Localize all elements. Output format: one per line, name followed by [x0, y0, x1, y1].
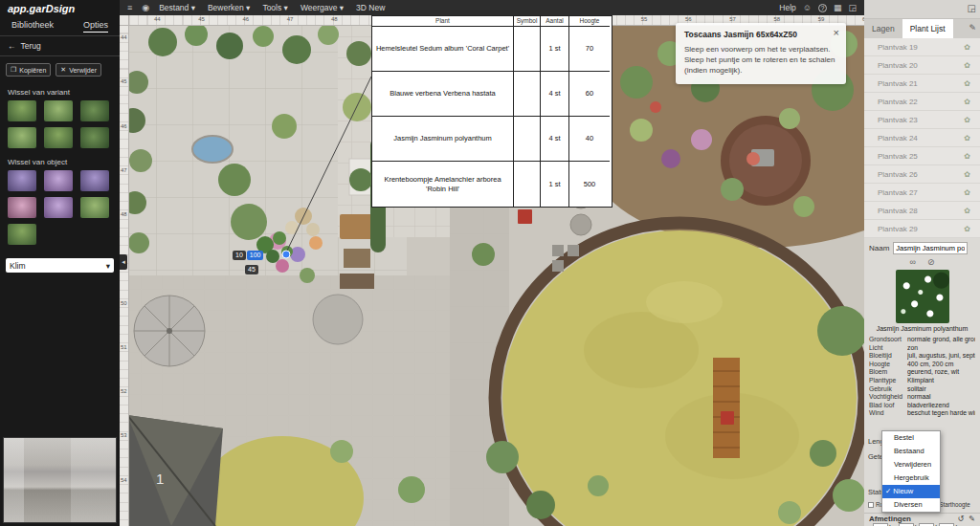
- status-option-diversen[interactable]: Diversen: [882, 498, 940, 512]
- property-value: solitair: [907, 385, 975, 394]
- props-list: Grondsoortnormale grond, alle grondsoort…: [864, 333, 980, 421]
- menu-3d-new[interactable]: 3D New: [356, 3, 385, 12]
- list-item[interactable]: Plantvak 28✿: [864, 202, 980, 220]
- variant-grid: [0, 100, 120, 148]
- water-pond: [192, 136, 233, 163]
- cell-hoogte: 70: [569, 27, 610, 72]
- list-item[interactable]: Plantvak 24✿: [864, 129, 980, 147]
- copy-button[interactable]: ❐ Kopiëren: [6, 63, 51, 77]
- tab-opties[interactable]: Opties: [83, 20, 108, 33]
- app-logo: app.garDsign: [0, 0, 120, 16]
- ruler-number: 47: [121, 167, 127, 173]
- building-label: 1: [156, 471, 164, 487]
- menu-weergave[interactable]: Weergave ▾: [301, 3, 344, 12]
- copy-label: Kopiëren: [19, 67, 46, 74]
- expand-icon[interactable]: ◲: [848, 3, 857, 12]
- object-thumb-6[interactable]: [8, 224, 36, 245]
- variant-thumb-0[interactable]: [8, 100, 36, 121]
- ruler-number: 45: [198, 16, 205, 22]
- status-option-bestaand[interactable]: Bestaand: [882, 445, 940, 458]
- plant-photo[interactable]: [896, 270, 949, 323]
- cell-aantal: 1 st: [541, 162, 569, 207]
- status-option-nieuw[interactable]: ✓ Nieuw: [882, 485, 940, 498]
- menu-bewerken[interactable]: Bewerken ▾: [208, 3, 250, 12]
- eye-icon[interactable]: ◉: [142, 3, 149, 12]
- property-value: juli, augustus, juni, september, mei: [907, 352, 975, 361]
- plant-caption: Jasmijn Jasminum polyanthum: [864, 325, 980, 332]
- list-item[interactable]: Plantvak 21✿: [864, 75, 980, 93]
- plant-icon: ✿: [964, 188, 970, 197]
- cell-symbol: [514, 117, 541, 162]
- ruler-number: 44: [121, 34, 127, 40]
- tab-bibliotheek[interactable]: Bibliotheek: [11, 20, 54, 33]
- variant-thumb-2[interactable]: [80, 100, 109, 121]
- object-thumb-2[interactable]: [80, 170, 109, 191]
- preview-image[interactable]: [3, 437, 117, 523]
- ruler-number: 52: [121, 388, 127, 394]
- list-item[interactable]: Plantvak 19✿: [864, 38, 980, 56]
- question-icon[interactable]: ?: [818, 4, 827, 12]
- naam-input[interactable]: [893, 242, 968, 254]
- list-item[interactable]: Plantvak 20✿: [864, 56, 980, 75]
- status-option-bestel[interactable]: Bestel: [882, 431, 940, 445]
- variant-thumb-4[interactable]: [44, 127, 73, 148]
- delete-button[interactable]: ✕ Verwijder: [56, 63, 101, 77]
- angle-badge: 45: [245, 265, 258, 274]
- list-item[interactable]: Plantvak 22✿: [864, 93, 980, 111]
- category-select[interactable]: Klim ▾: [6, 258, 114, 273]
- table-row[interactable]: Blauwe verbena Verbena hastata4 st60: [372, 72, 612, 117]
- tab-lagen[interactable]: Lagen: [864, 19, 902, 38]
- variant-thumb-3[interactable]: [8, 127, 36, 148]
- property-row: Lichtzon: [869, 344, 975, 353]
- close-icon[interactable]: ×: [834, 27, 839, 38]
- list-item[interactable]: Plantvak 23✿: [864, 111, 980, 129]
- link-icon[interactable]: ∞: [910, 257, 916, 267]
- list-item[interactable]: Plantvak 26✿: [864, 165, 980, 184]
- table-row[interactable]: Jasmijn Jasminum polyanthum4 st40: [372, 117, 612, 162]
- table-row[interactable]: Hemelsleutel Sedum album 'Coral Carpet'1…: [372, 27, 612, 72]
- unlink-icon[interactable]: ⊘: [927, 257, 935, 267]
- menu-tools[interactable]: Tools ▾: [262, 3, 287, 12]
- object-thumb-3[interactable]: [8, 197, 36, 218]
- property-value: zon: [907, 344, 975, 353]
- list-item-label: Plantvak 23: [878, 116, 918, 124]
- status-option-verwijderen[interactable]: Verwijderen: [882, 458, 940, 471]
- list-item[interactable]: Plantvak 27✿: [864, 184, 980, 202]
- tab-plant-lijst[interactable]: Plant Lijst: [902, 19, 953, 38]
- design-canvas[interactable]: 1: [120, 15, 864, 526]
- help-label[interactable]: Help: [779, 3, 795, 12]
- cell-symbol: [514, 72, 541, 117]
- list-item[interactable]: Plantvak 29✿: [864, 220, 980, 238]
- property-label: Vochtigheid: [869, 393, 907, 402]
- property-row: Hoogte400 cm, 200 cm: [869, 361, 975, 369]
- list-item-label: Plantvak 24: [878, 134, 918, 142]
- object-thumb-5[interactable]: [80, 197, 109, 218]
- expand-panel-icon[interactable]: ◲: [968, 3, 976, 13]
- notification-title: Toscaans Jasmijn 65x64xZ50: [684, 30, 837, 39]
- edit-icon[interactable]: ✎: [969, 515, 975, 523]
- list-item[interactable]: Plantvak 25✿: [864, 147, 980, 165]
- ruler-left: 4445464748495051525354: [120, 15, 129, 526]
- back-button[interactable]: ← Terug: [0, 36, 120, 56]
- variant-thumb-1[interactable]: [44, 100, 73, 121]
- ruler-number: 46: [121, 123, 127, 129]
- ruler-number: 53: [121, 432, 127, 438]
- object-thumb-4[interactable]: [44, 197, 73, 218]
- checkbox-box[interactable]: [868, 502, 874, 508]
- object-thumb-1[interactable]: [44, 170, 73, 191]
- naam-label: Naam: [869, 244, 889, 252]
- user-icon[interactable]: ☺: [803, 3, 812, 12]
- collapse-sidebar-handle[interactable]: ◂: [120, 254, 127, 270]
- rotate-icon[interactable]: ↺: [958, 515, 965, 523]
- object-thumb-0[interactable]: [8, 170, 36, 191]
- variant-thumb-5[interactable]: [80, 127, 109, 148]
- cell-hoogte: 60: [569, 72, 610, 117]
- grid-icon[interactable]: ▦: [834, 3, 842, 12]
- plant-icon: ✿: [964, 225, 970, 233]
- menu-bestand[interactable]: Bestand ▾: [159, 3, 195, 12]
- status-option-hergebruik[interactable]: Hergebruik: [882, 471, 940, 485]
- edit-icon[interactable]: ✎: [969, 23, 976, 33]
- ruler-number: 50: [121, 300, 127, 306]
- hamburger-icon[interactable]: ≡: [127, 3, 132, 12]
- table-row[interactable]: Krenteboompje Amelanchier arborea 'Robin…: [372, 162, 612, 207]
